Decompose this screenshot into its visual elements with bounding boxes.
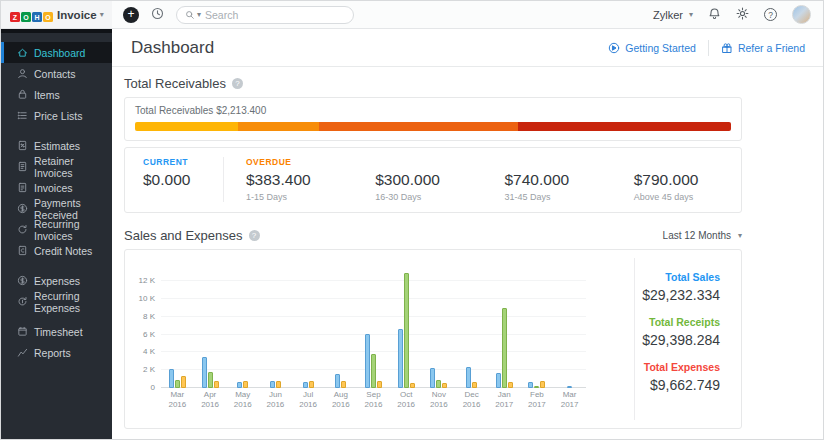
sidebar-item-estimates[interactable]: Estimates [1, 135, 112, 156]
recent-activity-button[interactable] [151, 6, 164, 24]
total-expenses-label: Total Expenses [635, 361, 720, 373]
bar-expenses-jun-2016 [276, 381, 281, 388]
bar-expenses-oct-2016 [410, 383, 415, 388]
bar-sales-may-2016 [237, 382, 242, 388]
receivables-bucket-1-15-days: OVERDUE$383.4001-15 Days [224, 157, 353, 202]
sales-section-title: Sales and Expenses [124, 228, 243, 243]
settings-button[interactable] [736, 6, 749, 24]
expenses-icon [17, 275, 34, 286]
sidebar-top-strip [1, 29, 112, 33]
chart-month-nov-2016: Nov2016 [423, 266, 456, 388]
getting-started-link[interactable]: Getting Started [608, 42, 696, 54]
user-avatar[interactable] [792, 5, 811, 24]
bucket-amount: $0.000 [143, 171, 223, 189]
zoho-logo-tiles: ZOHO [10, 6, 54, 24]
chart-month-dec-2016: Dec2016 [455, 266, 488, 388]
bucket-amount: $300.000 [375, 171, 482, 189]
sidebar-item-price-lists[interactable]: Price Lists [1, 105, 112, 126]
sidebar-item-items[interactable]: Items [1, 84, 112, 105]
chart-month-mar-2017: Mar2017 [553, 266, 586, 388]
bucket-amount: $383.400 [246, 171, 353, 189]
bar-expenses-nov-2016 [442, 383, 447, 388]
page-header: Dashboard Getting StartedRefer a Friend [112, 29, 823, 67]
bar-sales-mar-2016 [169, 369, 174, 388]
dashboard-icon [17, 47, 34, 58]
zoho-tile-h: H [32, 12, 42, 22]
refer-a-friend-link[interactable]: Refer a Friend [721, 42, 805, 54]
receivables-segment-1-15-days [135, 122, 238, 131]
search-scope-caret-icon[interactable]: ▾ [197, 10, 201, 19]
sidebar-item-payments-received[interactable]: Payments Received [1, 198, 112, 219]
sidebar-item-timesheet[interactable]: Timesheet [1, 321, 112, 342]
sidebar-item-expenses[interactable]: Expenses [1, 270, 112, 291]
header-links: Getting StartedRefer a Friend [608, 40, 805, 56]
sidebar-item-dashboard[interactable]: Dashboard [1, 42, 112, 63]
y-axis-tick-label: 10 K [129, 294, 155, 303]
credit-notes-icon [17, 245, 34, 256]
timesheet-icon [17, 326, 34, 337]
recurring-invoices-icon [17, 224, 34, 235]
notifications-button[interactable] [708, 6, 721, 24]
sales-expenses-chart: 02 K4 K6 K8 K10 K12 KMar2016Apr2016May20… [125, 250, 634, 428]
header-link-label: Getting Started [625, 42, 696, 54]
bar-receipts-oct-2016 [404, 273, 409, 388]
y-axis-tick-label: 12 K [129, 276, 155, 285]
bar-sales-oct-2016 [398, 329, 403, 388]
zoho-invoice-logo[interactable]: ZOHO Invoice ▾ [1, 1, 112, 28]
y-axis-tick-label: 2 K [129, 365, 155, 374]
play-circle-icon [608, 42, 620, 54]
sidebar-item-contacts[interactable]: Contacts [1, 63, 112, 84]
dashboard-content: Total Receivables ? Total Receivables $2… [124, 76, 742, 439]
sidebar-item-label: Contacts [34, 68, 75, 80]
help-button[interactable]: ? [764, 8, 777, 21]
y-axis-tick-label: 0 [129, 383, 155, 392]
topbar-right: Zylker ▾ ? [653, 5, 823, 24]
search-icon [185, 10, 195, 20]
bar-sales-aug-2016 [335, 374, 340, 388]
bar-receipts-sep-2016 [371, 354, 376, 388]
total-receipts-label: Total Receipts [635, 316, 720, 328]
bar-sales-jul-2016 [303, 382, 308, 388]
sidebar-item-reports[interactable]: Reports [1, 342, 112, 363]
sidebar-item-credit-notes[interactable]: Credit Notes [1, 240, 112, 261]
sidebar-item-invoices[interactable]: Invoices [1, 177, 112, 198]
quick-create-button[interactable]: + [123, 7, 139, 23]
retainer-invoices-icon [17, 161, 34, 172]
brand-product-name: Invoice [57, 9, 97, 21]
bar-sales-sep-2016 [365, 334, 370, 388]
date-range-dropdown[interactable]: Last 12 Months ▾ [663, 230, 742, 241]
receivables-bucket-above-45-days: $790.000Above 45 days [612, 157, 741, 202]
search-bar[interactable]: ▾ [176, 6, 354, 24]
sidebar-item-label: Items [34, 89, 60, 101]
receivables-buckets-card: CURRENT$0.000OVERDUE$383.4001-15 Days$30… [124, 147, 742, 213]
price-lists-icon [17, 110, 34, 121]
sales-help-icon[interactable]: ? [249, 230, 260, 241]
sidebar-item-label: Recurring Expenses [34, 290, 112, 314]
sidebar-item-recurring-expenses[interactable]: Recurring Expenses [1, 291, 112, 312]
search-input[interactable] [205, 9, 345, 21]
receivables-help-icon[interactable]: ? [232, 78, 243, 89]
sidebar-group: TimesheetReports [1, 321, 112, 363]
sidebar-item-label: Reports [34, 347, 71, 359]
chart-month-feb-2017: Feb2017 [521, 266, 554, 388]
chart-month-jun-2016: Jun2016 [259, 266, 292, 388]
bar-sales-nov-2016 [430, 368, 435, 388]
total-receipts-value: $29,398.284 [635, 332, 720, 348]
sidebar-item-label: Credit Notes [34, 245, 92, 257]
bar-expenses-jul-2016 [309, 381, 314, 388]
bar-expenses-dec-2016 [472, 382, 477, 388]
chart-month-jan-2017: Jan2017 [488, 266, 521, 388]
gear-icon [736, 6, 749, 24]
sidebar-item-recurring-invoices[interactable]: Recurring Invoices [1, 219, 112, 240]
bucket-period-label: Above 45 days [634, 192, 741, 202]
history-clock-icon [151, 6, 164, 24]
org-switcher[interactable]: Zylker ▾ [653, 9, 693, 21]
bucket-label: CURRENT [143, 157, 223, 168]
bucket-amount: $790.000 [634, 171, 741, 189]
receivables-aging-bar [135, 122, 731, 131]
bar-sales-feb-2017 [528, 382, 533, 388]
bar-expenses-apr-2016 [214, 381, 219, 388]
sidebar-item-retainer-invoices[interactable]: Retainer Invoices [1, 156, 112, 177]
gift-icon [721, 42, 733, 54]
sidebar-item-label: Retainer Invoices [34, 155, 112, 179]
